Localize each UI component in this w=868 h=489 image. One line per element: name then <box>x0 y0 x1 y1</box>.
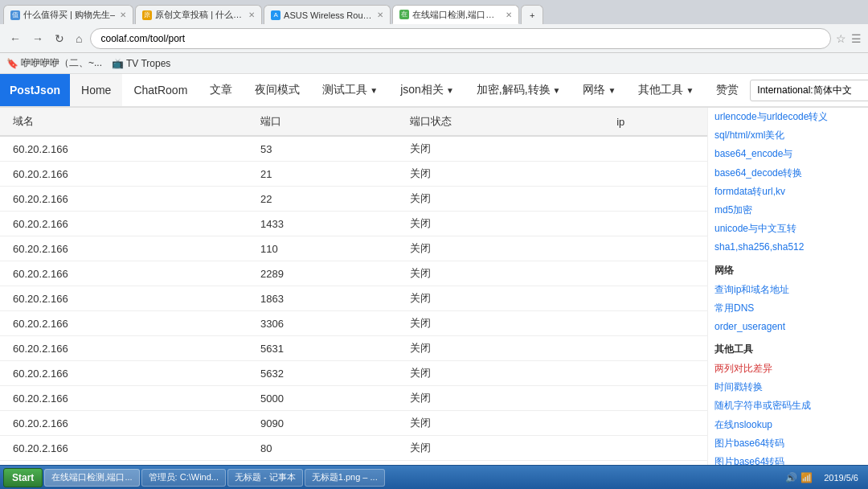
nav-article[interactable]: 文章 <box>199 74 244 106</box>
cell-domain: 60.20.2.166 <box>0 436 248 461</box>
cell-domain: 60.20.2.166 <box>0 187 248 212</box>
sidebar-link[interactable]: md5加密 <box>714 201 862 220</box>
address-input[interactable] <box>90 28 831 49</box>
bookmark-icon-0: 🔖 <box>6 58 18 69</box>
taskbar-clock: 2019/5/6 <box>817 473 865 483</box>
content-area: 域名 端口 端口状态 ip 60.20.2.166 53 关闭 60.20.2.… <box>0 108 868 489</box>
cell-domain: 60.20.2.166 <box>0 286 248 311</box>
volume-icon: 🔊 <box>785 472 797 483</box>
sidebar-link[interactable]: 常用DNS <box>714 299 862 318</box>
cell-ip <box>604 187 707 212</box>
reload-button[interactable]: ↻ <box>51 31 68 47</box>
cell-ip <box>604 411 707 436</box>
nav-chatroom[interactable]: ChatRoom <box>122 74 199 106</box>
bookmark-icon-1: 📺 <box>112 58 124 69</box>
sidebar-link[interactable]: 在线nslookup <box>714 416 862 434</box>
col-header-domain: 域名 <box>0 108 248 136</box>
sidebar-link[interactable]: 时间戳转换 <box>714 378 862 397</box>
sidebar-link[interactable]: base64_encode与 <box>714 145 862 163</box>
cell-ip <box>604 336 707 361</box>
tab-favicon-4: 在 <box>399 10 409 19</box>
main-nav: PostJson Home ChatRoom 文章 夜间模式 测试工具 ▼ js… <box>0 74 868 108</box>
nav-tools[interactable]: 测试工具 ▼ <box>311 74 389 106</box>
chevron-down-icon-tools: ▼ <box>370 86 378 95</box>
taskbar-app-button[interactable]: 在线端口检测,端口... <box>44 469 139 487</box>
cell-ip <box>604 261 707 286</box>
table-row: 60.20.2.166 5632 关闭 <box>0 361 707 386</box>
nav-donate[interactable]: 赞赏 <box>705 74 750 106</box>
col-header-status: 端口状态 <box>397 108 604 136</box>
language-selector[interactable]: International:简体中文 ▼ <box>750 80 868 101</box>
tab-favicon-1: 值 <box>10 10 20 20</box>
cell-port: 110 <box>248 236 397 261</box>
table-row: 60.20.2.166 5000 关闭 <box>0 386 707 411</box>
cell-status: 关闭 <box>397 261 604 286</box>
nav-logo: PostJson <box>0 74 70 106</box>
forward-button[interactable]: → <box>29 31 47 47</box>
back-button[interactable]: ← <box>6 31 24 47</box>
tab-new[interactable]: + <box>521 5 543 24</box>
taskbar-app-button[interactable]: 无标题1.png – ... <box>305 469 385 487</box>
cell-ip <box>604 361 707 386</box>
cell-status: 关闭 <box>397 162 604 187</box>
menu-button[interactable]: ☰ <box>851 32 862 45</box>
tab-close-4[interactable]: ✕ <box>506 10 512 19</box>
home-button[interactable]: ⌂ <box>72 31 85 47</box>
nav-other[interactable]: 其他工具 ▼ <box>627 74 705 106</box>
taskbar: Start 在线端口检测,端口...管理员: C:\Wind...无标题 - 记… <box>0 465 868 489</box>
taskbar-app-button[interactable]: 无标题 - 记事本 <box>227 469 303 487</box>
nav-encode[interactable]: 加密,解码,转换 ▼ <box>465 74 572 106</box>
taskbar-icons: 🔊 📶 <box>782 472 816 483</box>
table-row: 60.20.2.166 1433 关闭 <box>0 212 707 236</box>
table-row: 60.20.2.166 1863 关闭 <box>0 286 707 311</box>
cell-domain: 60.20.2.166 <box>0 261 248 286</box>
sidebar-section-title: 网络 <box>714 264 862 277</box>
nav-json[interactable]: json相关 ▼ <box>389 74 465 106</box>
network-icon: 📶 <box>800 472 813 483</box>
sidebar-link[interactable]: base64_decode转换 <box>714 164 862 183</box>
sidebar-section-title: 其他工具 <box>714 343 862 356</box>
sidebar-link[interactable]: 查询ip和域名地址 <box>714 281 862 299</box>
cell-port: 5000 <box>248 386 397 411</box>
table-row: 60.20.2.166 53 关闭 <box>0 136 707 162</box>
cell-status: 关闭 <box>397 436 604 461</box>
cell-ip <box>604 236 707 261</box>
cell-port: 5631 <box>248 336 397 361</box>
sidebar-link[interactable]: 两列对比差异 <box>714 360 862 378</box>
bookmark-1[interactable]: 📺 TV Tropes <box>112 58 170 69</box>
sidebar-link[interactable]: 图片base64转码 <box>714 434 862 453</box>
tab-3[interactable]: A ASUS Wireless Router R... ✕ <box>264 5 391 24</box>
tab-close-1[interactable]: ✕ <box>120 10 126 19</box>
cell-status: 关闭 <box>397 136 604 162</box>
cell-domain: 60.20.2.166 <box>0 162 248 187</box>
tab-close-3[interactable]: ✕ <box>377 10 383 19</box>
bookmark-star[interactable]: ☆ <box>836 32 846 45</box>
taskbar-app-button[interactable]: 管理员: C:\Wind... <box>141 469 226 487</box>
nav-network[interactable]: 网络 ▼ <box>571 74 627 106</box>
sidebar-link[interactable]: urlencode与urldecode转义 <box>714 108 862 126</box>
tab-favicon-2: 原 <box>142 10 152 20</box>
sidebar-link[interactable]: formdata转url,kv <box>714 183 862 201</box>
nav-nightmode[interactable]: 夜间模式 <box>244 74 311 106</box>
sidebar-link[interactable]: sql/html/xml美化 <box>714 126 862 145</box>
bookmark-0[interactable]: 🔖 咿咿咿咿（二、~... <box>6 56 102 70</box>
sidebar-link[interactable]: sha1,sha256,sha512 <box>714 238 862 257</box>
table-row: 60.20.2.166 80 关闭 <box>0 436 707 461</box>
chevron-down-icon-json: ▼ <box>446 86 454 95</box>
tab-2[interactable]: 原 原创文章投稿 | 什么值得... ✕ <box>135 5 262 24</box>
tab-close-2[interactable]: ✕ <box>248 10 255 19</box>
tab-4[interactable]: 在 在线端口检测,端口扫描... ✕ <box>392 5 519 24</box>
sidebar-link[interactable]: order_useragent <box>714 318 862 336</box>
cell-port: 1863 <box>248 286 397 311</box>
start-button[interactable]: Start <box>3 468 43 487</box>
nav-home[interactable]: Home <box>70 74 122 106</box>
tab-1[interactable]: 值 什么值得买 | 购物先生– ✕ <box>3 5 133 24</box>
port-table: 域名 端口 端口状态 ip 60.20.2.166 53 关闭 60.20.2.… <box>0 108 707 489</box>
cell-port: 9090 <box>248 411 397 436</box>
cell-domain: 60.20.2.166 <box>0 411 248 436</box>
sidebar-link[interactable]: 随机字符串或密码生成 <box>714 397 862 415</box>
cell-domain: 60.20.2.166 <box>0 361 248 386</box>
cell-domain: 60.20.2.166 <box>0 236 248 261</box>
sidebar-link[interactable]: unicode与中文互转 <box>714 220 862 238</box>
cell-domain: 60.20.2.166 <box>0 386 248 411</box>
